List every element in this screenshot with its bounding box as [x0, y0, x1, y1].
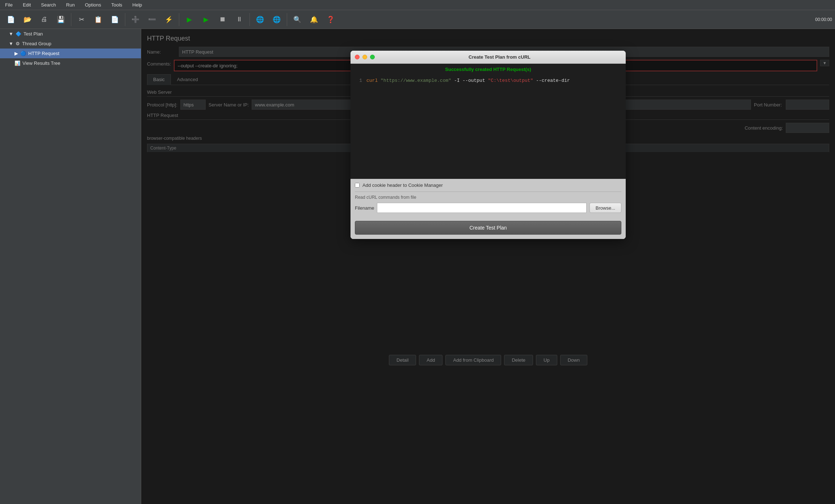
toolbar-cut[interactable]: ✂ [74, 12, 89, 28]
browse-button[interactable]: Browse... [589, 203, 621, 213]
cookie-label: Add cookie header to Cookie Manager [362, 182, 443, 188]
toolbar-sep2 [125, 13, 125, 26]
dialog-code-area[interactable]: 1 curl "https://www.example.com" -I --ou… [351, 75, 626, 179]
dialog-body: Successfully created HTTP Request(s) 1 c… [351, 64, 626, 239]
filename-input[interactable] [377, 203, 586, 213]
menu-options[interactable]: Options [83, 1, 103, 8]
testplan-icon: 🔷 [16, 31, 21, 37]
menu-file[interactable]: File [3, 1, 15, 8]
cookie-row: Add cookie header to Cookie Manager [351, 179, 626, 192]
sidebar-item-httprequest-label: HTTP Request [28, 51, 59, 56]
sidebar-item-testplan[interactable]: ▼ 🔷 Test Plan [0, 29, 141, 39]
toolbar-sep4 [249, 13, 250, 26]
httprequest-play-icon: ▶ [14, 51, 18, 56]
create-btn-row: Create Test Plan [351, 217, 626, 239]
toolbar-remove[interactable]: ➖ [144, 12, 160, 28]
sidebar-item-threadgroup[interactable]: ▼ ⚙ Thread Group [0, 39, 141, 49]
code-flags: -I --output [454, 78, 485, 83]
code-string: "C:\test\output" [488, 78, 533, 83]
toolbar-copy[interactable]: 📋 [90, 12, 106, 28]
main-layout: ▼ 🔷 Test Plan ▼ ⚙ Thread Group ▶ 🔵 HTTP … [0, 29, 835, 504]
sidebar: ▼ 🔷 Test Plan ▼ ⚙ Thread Group ▶ 🔵 HTTP … [0, 29, 141, 504]
toolbar-start-no-pauses[interactable]: ▶ [198, 12, 214, 28]
toolbar-remote[interactable]: 🌐 [252, 12, 268, 28]
testplan-arrow-icon: ▼ [9, 31, 13, 37]
threadgroup-icon: ⚙ [16, 41, 20, 46]
menu-edit[interactable]: Edit [21, 1, 33, 8]
menu-run[interactable]: Run [64, 1, 77, 8]
toolbar-paste[interactable]: 📄 [107, 12, 123, 28]
toolbar-start[interactable]: ▶ [181, 12, 197, 28]
dialog-maximize-button[interactable] [370, 55, 375, 59]
httprequest-icon: 🔵 [20, 51, 26, 56]
toolbar-new[interactable]: 📄 [3, 12, 19, 28]
toolbar-clear[interactable]: 🔔 [306, 12, 322, 28]
file-section: Read cURL commands from file Filename Br… [351, 192, 626, 217]
toolbar-sep3 [179, 13, 179, 26]
line-numbers: 1 [355, 78, 362, 176]
toolbar-toggle[interactable]: ⚡ [161, 12, 177, 28]
filename-label: Filename [355, 205, 374, 211]
sidebar-item-httprequest[interactable]: ▶ 🔵 HTTP Request [0, 49, 141, 58]
curl-dialog: Create Test Plan from cURL Successfully … [351, 51, 626, 239]
toolbar-stop[interactable]: ⏹ [215, 12, 231, 28]
menu-help[interactable]: Help [130, 1, 144, 8]
sidebar-item-threadgroup-label: Thread Group [22, 41, 51, 46]
code-rest: --create-dir [536, 78, 570, 83]
toolbar-sep5 [287, 13, 287, 26]
content-area: HTTP Request Name: Comments: ▼ Basic Adv… [141, 29, 835, 504]
line-number-1: 1 [355, 78, 362, 83]
sidebar-item-viewresults-label: View Results Tree [22, 60, 60, 66]
menu-bar: File Edit Search Run Options Tools Help [0, 0, 835, 10]
toolbar-print[interactable]: 🖨 [36, 12, 52, 28]
toolbar-open[interactable]: 📂 [20, 12, 35, 28]
sidebar-item-testplan-label: Test Plan [24, 31, 43, 37]
toolbar-sep1 [71, 13, 71, 26]
threadgroup-arrow-icon: ▼ [9, 41, 13, 46]
toolbar-search[interactable]: 🔍 [289, 12, 305, 28]
file-section-label: Read cURL commands from file [355, 192, 621, 200]
code-url: "https://www.example.com" [381, 78, 451, 83]
toolbar-help[interactable]: ❓ [323, 12, 339, 28]
cookie-checkbox[interactable] [355, 183, 360, 188]
toolbar: 📄 📂 🖨 💾 ✂ 📋 📄 ➕ ➖ ⚡ ▶ ▶ ⏹ ⏸ 🌐 🌐 🔍 🔔 ❓ 00… [0, 10, 835, 29]
toolbar-add[interactable]: ➕ [127, 12, 143, 28]
create-test-plan-button[interactable]: Create Test Plan [355, 221, 621, 235]
dialog-overlay: Create Test Plan from cURL Successfully … [141, 29, 835, 504]
code-content: curl "https://www.example.com" -I --outp… [366, 78, 621, 176]
menu-search[interactable]: Search [39, 1, 58, 8]
dialog-success-message: Successfully created HTTP Request(s) [351, 64, 626, 75]
dialog-minimize-button[interactable] [362, 55, 367, 59]
dialog-title: Create Test Plan from cURL [378, 54, 621, 60]
sidebar-item-viewresults[interactable]: 📊 View Results Tree [0, 58, 141, 68]
code-curl-keyword: curl [366, 78, 378, 83]
viewresults-icon: 📊 [14, 60, 20, 66]
dialog-titlebar: Create Test Plan from cURL [351, 51, 626, 64]
menu-tools[interactable]: Tools [109, 1, 124, 8]
dialog-close-button[interactable] [355, 55, 360, 59]
toolbar-save[interactable]: 💾 [53, 12, 69, 28]
file-row: Filename Browse... [355, 203, 621, 213]
toolbar-time: 00:00:00 [815, 17, 832, 22]
toolbar-shutdown[interactable]: ⏸ [231, 12, 247, 28]
toolbar-remote2[interactable]: 🌐 [269, 12, 285, 28]
